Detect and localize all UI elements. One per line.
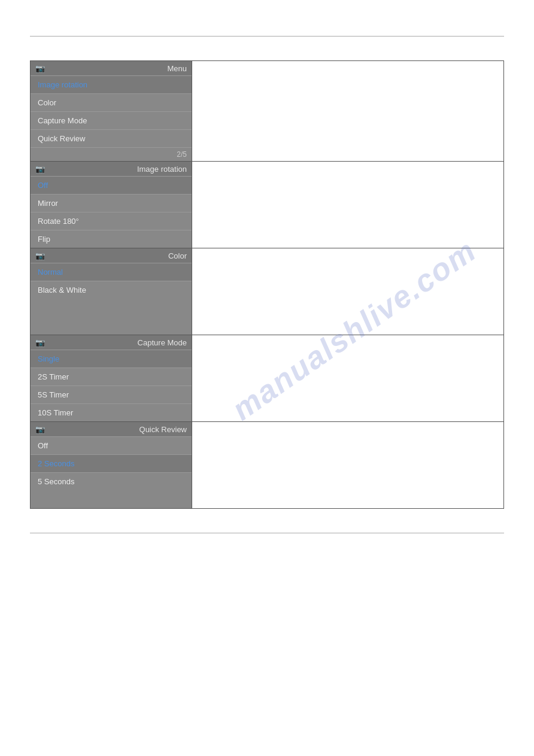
camera-icon: 📷	[35, 64, 45, 73]
panel-capture-cell: 📷 Capture Mode Single 2S Timer 5S Timer …	[31, 335, 192, 422]
table-row: 📷 Image rotation Off Mirror Rotate 180° …	[31, 162, 504, 248]
page-wrapper: 📷 Menu Image rotation Color Capture Mode…	[0, 0, 534, 756]
panel-menu-right	[192, 61, 504, 162]
bottom-rule	[30, 533, 504, 533]
panel-capture-header: 📷 Capture Mode	[31, 335, 192, 350]
panel-capture-mode: 📷 Capture Mode Single 2S Timer 5S Timer …	[31, 335, 192, 421]
camera-icon-5: 📷	[35, 425, 45, 434]
color-item-normal[interactable]: Normal	[31, 263, 192, 281]
panel-color: 📷 Color Normal Black & White	[31, 248, 192, 335]
quickreview-item-5s[interactable]: 5 Seconds	[31, 472, 192, 490]
panel-quickreview-header: 📷 Quick Review	[31, 422, 192, 436]
panel-menu-cell: 📷 Menu Image rotation Color Capture Mode…	[31, 61, 192, 162]
rotation-item-mirror[interactable]: Mirror	[31, 194, 192, 212]
panel-menu: 📷 Menu Image rotation Color Capture Mode…	[31, 61, 192, 161]
panel-menu-title: Menu	[167, 64, 187, 73]
menu-item-color[interactable]: Color	[31, 93, 192, 111]
camera-icon-3: 📷	[35, 251, 45, 260]
panel-image-rotation: 📷 Image rotation Off Mirror Rotate 180° …	[31, 162, 192, 248]
panel-quick-review: 📷 Quick Review Off 2 Seconds 5 Seconds	[31, 422, 192, 508]
panel-capture-title: Capture Mode	[138, 338, 187, 347]
panel-quickreview-cell: 📷 Quick Review Off 2 Seconds 5 Seconds	[31, 422, 192, 509]
capture-item-10s[interactable]: 10S Timer	[31, 403, 192, 421]
color-item-bw[interactable]: Black & White	[31, 281, 192, 299]
menu-item-quick-review[interactable]: Quick Review	[31, 129, 192, 147]
menu-item-capture-mode[interactable]: Capture Mode	[31, 111, 192, 129]
panel-rotation-title: Image rotation	[137, 165, 187, 174]
color-panel-spacer	[31, 299, 192, 335]
camera-icon-2: 📷	[35, 165, 45, 174]
table-row: 📷 Capture Mode Single 2S Timer 5S Timer …	[31, 335, 504, 422]
panel-quickreview-title: Quick Review	[139, 425, 187, 434]
panel-color-right	[192, 248, 504, 335]
rotation-item-rotate180[interactable]: Rotate 180°	[31, 212, 192, 230]
quickreview-item-off[interactable]: Off	[31, 436, 192, 454]
table-row: 📷 Menu Image rotation Color Capture Mode…	[31, 61, 504, 162]
camera-icon-4: 📷	[35, 338, 45, 347]
rotation-item-flip[interactable]: Flip	[31, 230, 192, 248]
panel-rotation-cell: 📷 Image rotation Off Mirror Rotate 180° …	[31, 162, 192, 248]
capture-item-single[interactable]: Single	[31, 350, 192, 368]
panel-color-header: 📷 Color	[31, 248, 192, 263]
panel-rotation-header: 📷 Image rotation	[31, 162, 192, 176]
panel-quickreview-right	[192, 422, 504, 509]
table-row: 📷 Color Normal Black & White	[31, 248, 504, 335]
quickreview-item-2s[interactable]: 2 Seconds	[31, 454, 192, 472]
panel-menu-footer: 2/5	[31, 147, 192, 161]
rotation-item-off[interactable]: Off	[31, 176, 192, 194]
quickreview-panel-spacer	[31, 490, 192, 508]
top-rule	[30, 36, 504, 37]
menu-item-image-rotation[interactable]: Image rotation	[31, 75, 192, 93]
table-row: 📷 Quick Review Off 2 Seconds 5 Seconds	[31, 422, 504, 509]
panel-capture-right	[192, 335, 504, 422]
capture-item-5s[interactable]: 5S Timer	[31, 385, 192, 403]
panel-color-title: Color	[168, 251, 187, 260]
panel-rotation-right	[192, 162, 504, 248]
panel-color-cell: 📷 Color Normal Black & White	[31, 248, 192, 335]
capture-item-2s[interactable]: 2S Timer	[31, 368, 192, 385]
main-table: 📷 Menu Image rotation Color Capture Mode…	[30, 60, 504, 509]
panel-menu-header: 📷 Menu	[31, 61, 192, 75]
